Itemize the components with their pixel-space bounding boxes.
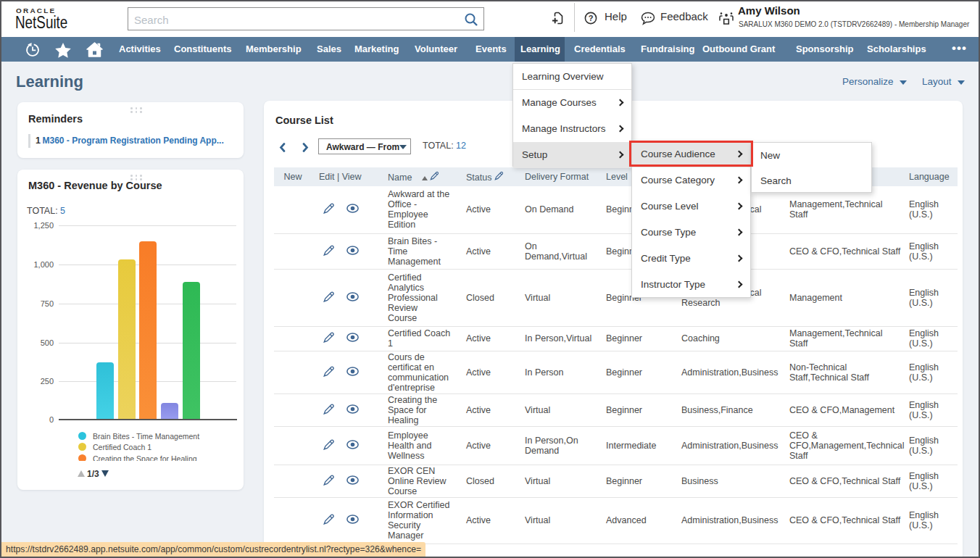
svg-text:?: ?	[589, 14, 594, 22]
